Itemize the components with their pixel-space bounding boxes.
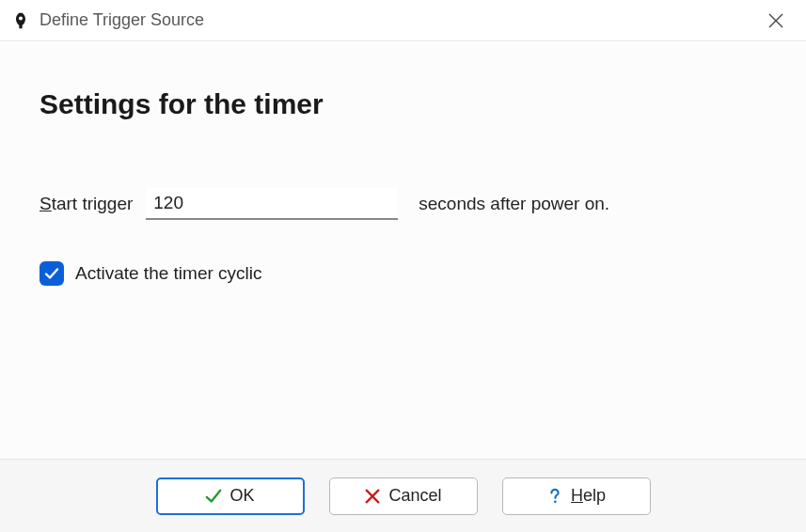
help-button-label: Help: [571, 486, 606, 506]
app-icon: [11, 11, 30, 30]
cancel-button[interactable]: Cancel: [329, 477, 478, 515]
ok-button-label: OK: [229, 486, 254, 506]
close-button[interactable]: [757, 2, 795, 39]
titlebar: Define Trigger Source: [0, 0, 806, 41]
svg-point-5: [554, 500, 557, 503]
check-icon: [205, 488, 222, 505]
question-icon: [546, 488, 563, 505]
after-power-on-label: seconds after power on.: [419, 194, 609, 214]
start-trigger-label: Start trigger: [40, 194, 133, 214]
x-icon: [364, 488, 381, 505]
cyclic-checkbox-label: Activate the timer cyclic: [75, 263, 262, 284]
cyclic-checkbox-row: Activate the timer cyclic: [40, 261, 766, 286]
help-button[interactable]: Help: [502, 477, 651, 515]
window-title: Define Trigger Source: [40, 10, 757, 30]
dialog-footer: OK Cancel Help: [0, 459, 806, 532]
start-trigger-row: Start trigger seconds after power on.: [40, 188, 766, 220]
svg-point-0: [19, 16, 23, 20]
close-icon: [768, 13, 783, 28]
dialog-content: Settings for the timer Start trigger sec…: [0, 41, 806, 459]
page-title: Settings for the timer: [40, 88, 766, 120]
cancel-button-label: Cancel: [388, 486, 441, 506]
ok-button[interactable]: OK: [156, 477, 305, 515]
seconds-input[interactable]: [146, 188, 398, 220]
checkmark-icon: [44, 266, 59, 281]
cyclic-checkbox[interactable]: [40, 261, 64, 286]
